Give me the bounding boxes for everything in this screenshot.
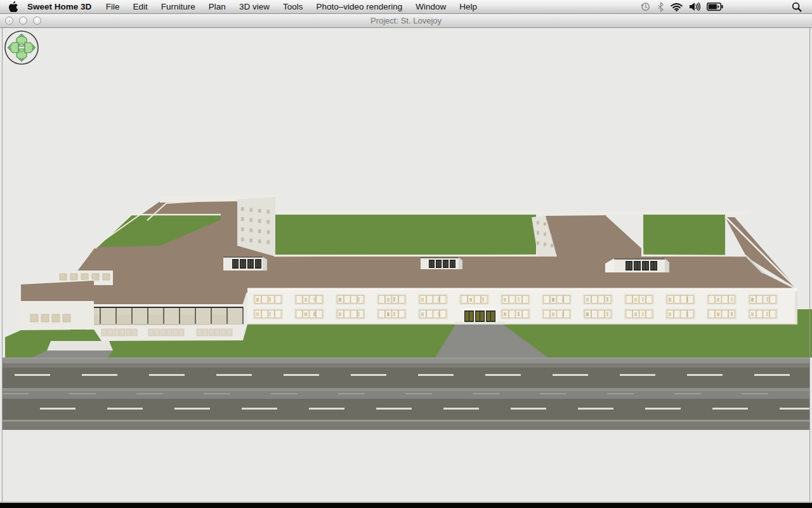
- facade-window-cluster: [254, 295, 282, 304]
- main-facade: [247, 288, 797, 327]
- menu-plan[interactable]: Plan: [202, 2, 232, 11]
- penthouse2-door: [450, 260, 455, 268]
- navigation-compass[interactable]: [4, 30, 39, 65]
- penthouse1-edge: [223, 257, 263, 258]
- facade-window-cluster: [625, 309, 653, 319]
- roof-back-parapet-right: [641, 255, 747, 256]
- penthouse3-door: [642, 261, 649, 271]
- facade-window-cluster: [460, 295, 488, 304]
- penthouse1-door: [232, 259, 239, 269]
- left-entry-platform: [47, 341, 113, 351]
- penthouse3-door: [634, 261, 641, 271]
- entrance-door: [464, 311, 474, 322]
- view-border-right: [809, 28, 810, 502]
- penthouse1-door: [247, 259, 254, 269]
- courtyard-lawn-right: [643, 215, 725, 255]
- facade-window-cluster: [419, 309, 447, 319]
- menu-furniture[interactable]: Furniture: [154, 2, 202, 11]
- roof-back-parapet-left: [274, 255, 536, 256]
- entrance-door: [475, 311, 485, 322]
- time-machine-icon[interactable]: [640, 1, 651, 12]
- road: [2, 358, 810, 430]
- bluetooth-icon[interactable]: [657, 2, 664, 12]
- entrance-doors: [464, 311, 495, 322]
- facade-window-cluster: [501, 309, 530, 319]
- main-roof-plane: [246, 257, 797, 293]
- desktop: Sweet Home 3D File Edit Furniture Plan 3…: [0, 0, 812, 508]
- facade-window-cluster: [584, 309, 612, 319]
- penthouse3-door: [650, 261, 657, 271]
- penthouse3-edge: [614, 258, 665, 260]
- block-clerestory-windows: [102, 329, 232, 336]
- courtyard-lawn-center: [273, 215, 536, 255]
- menu-file[interactable]: File: [99, 2, 126, 11]
- penthouse1-door: [240, 259, 246, 269]
- view-border-left: [2, 28, 3, 502]
- facade-window-cluster: [542, 309, 571, 319]
- facade-window-cluster: [707, 309, 736, 319]
- battery-icon[interactable]: [707, 3, 723, 11]
- screen-bottom-strip: [0, 502, 812, 508]
- facade-window-cluster: [707, 295, 736, 304]
- facade-window-cluster: [336, 309, 365, 319]
- facade-window-cluster: [295, 295, 324, 304]
- facade-window-cluster: [749, 295, 777, 304]
- penthouse2-door: [443, 260, 449, 268]
- volume-icon[interactable]: [689, 2, 700, 11]
- status-icons: [640, 1, 803, 12]
- apple-menu[interactable]: [9, 1, 18, 12]
- facade-window-cluster: [542, 295, 571, 304]
- facade-base-shadow: [247, 323, 797, 324]
- menu-photo-video-rendering[interactable]: Photo–video rendering: [310, 2, 409, 11]
- app-window: Project: St. Lovejoy: [0, 14, 812, 502]
- penthouse2-edge: [421, 257, 459, 258]
- facade-window-cluster: [336, 295, 365, 304]
- facade-window-cluster: [584, 295, 612, 304]
- facade-window-cluster: [377, 309, 406, 319]
- wifi-icon[interactable]: [671, 3, 683, 11]
- facade-window-cluster: [377, 295, 406, 304]
- main-roof: [246, 255, 797, 293]
- spotlight-icon[interactable]: [792, 2, 802, 12]
- title-bar[interactable]: Project: St. Lovejoy: [0, 14, 812, 28]
- facade-parapet: [247, 288, 797, 290]
- facade-window-cluster: [254, 309, 282, 319]
- menu-tools[interactable]: Tools: [276, 2, 310, 11]
- window-title: Project: St. Lovejoy: [0, 14, 812, 28]
- facade-window-cluster: [666, 295, 695, 304]
- entrance-canopy: [461, 309, 500, 311]
- entrance-door: [486, 311, 495, 322]
- menu-help[interactable]: Help: [453, 2, 484, 11]
- scene-render: [0, 28, 812, 502]
- facade-window-cluster: [749, 309, 777, 319]
- menu-3d-view[interactable]: 3D view: [232, 2, 276, 11]
- menu-bar: Sweet Home 3D File Edit Furniture Plan 3…: [0, 0, 812, 14]
- block-fascia: [84, 304, 243, 307]
- facade-window-cluster: [501, 295, 530, 304]
- facade-window-cluster: [666, 309, 695, 319]
- penthouse3-door: [625, 261, 632, 271]
- back-lawn: [273, 215, 725, 255]
- 3d-view[interactable]: [0, 28, 812, 502]
- app-menu[interactable]: Sweet Home 3D: [22, 2, 99, 11]
- facade-wall: [247, 289, 797, 324]
- penthouse2-door: [436, 260, 442, 268]
- menu-edit[interactable]: Edit: [126, 2, 154, 11]
- penthouse1-door: [255, 259, 261, 269]
- facade-window-cluster: [625, 295, 653, 304]
- facade-window-cluster: [419, 295, 447, 304]
- penthouse2-door: [429, 260, 435, 268]
- menu-window[interactable]: Window: [409, 2, 453, 11]
- facade-right-edge: [795, 291, 797, 324]
- apple-icon: [9, 1, 18, 12]
- facade-window-cluster: [295, 309, 324, 319]
